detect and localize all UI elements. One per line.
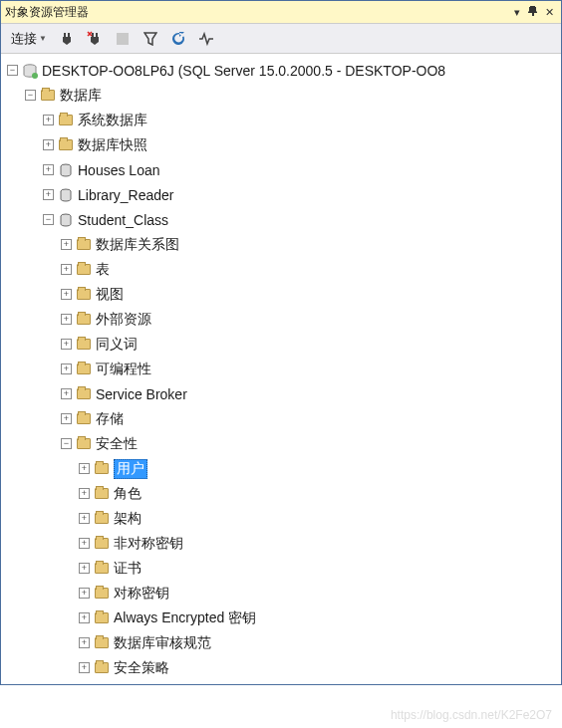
pin-icon[interactable] (525, 6, 541, 18)
tree-node-db-diagrams[interactable]: + 数据库关系图 (1, 232, 561, 257)
server-icon (22, 63, 38, 79)
expand-icon[interactable]: + (61, 413, 72, 424)
tree-node-tables[interactable]: + 表 (1, 257, 561, 282)
folder-icon (76, 237, 92, 253)
tree-label: 角色 (114, 485, 141, 503)
object-explorer-tree[interactable]: − DESKTOP-OO8LP6J (SQL Server 15.0.2000.… (1, 54, 561, 684)
expand-icon[interactable]: + (79, 563, 90, 574)
tree-label: 存储 (96, 410, 124, 428)
database-icon (58, 162, 74, 178)
tree-node-databases[interactable]: − 数据库 (1, 83, 561, 108)
tree-label: 可编程性 (96, 361, 151, 378)
tree-label: 同义词 (96, 336, 138, 354)
tree-node-storage[interactable]: + 存储 (1, 406, 561, 431)
disconnect-icon-button[interactable] (83, 29, 107, 49)
tree-label-selected: 用户 (114, 459, 147, 479)
svg-rect-0 (117, 33, 129, 45)
tree-label: 外部资源 (96, 311, 151, 329)
tree-label: Student_Class (78, 212, 168, 228)
tree-node-roles[interactable]: + 角色 (1, 481, 561, 506)
tree-node-houses-loan[interactable]: + Houses Loan (1, 157, 561, 182)
collapse-icon[interactable]: − (43, 214, 54, 225)
expand-icon[interactable]: + (43, 164, 54, 175)
folder-icon (94, 610, 110, 626)
expand-icon[interactable]: + (79, 463, 90, 474)
tree-label: 视图 (96, 286, 124, 304)
tree-node-users[interactable]: + 用户 (1, 456, 561, 481)
tree-node-library-reader[interactable]: + Library_Reader (1, 182, 561, 207)
tree-node-schemas[interactable]: + 架构 (1, 506, 561, 531)
tree-node-server[interactable]: − DESKTOP-OO8LP6J (SQL Server 15.0.2000.… (1, 58, 561, 83)
collapse-icon[interactable]: − (61, 438, 72, 449)
expand-icon[interactable]: + (61, 388, 72, 399)
tree-node-views[interactable]: + 视图 (1, 282, 561, 307)
tree-label: Library_Reader (78, 187, 174, 203)
tree-label: Always Encrypted 密钥 (114, 609, 256, 627)
expand-icon[interactable]: + (79, 612, 90, 623)
expand-icon[interactable]: + (61, 314, 72, 325)
tree-node-student-class[interactable]: − Student_Class (1, 207, 561, 232)
folder-icon (58, 137, 74, 153)
refresh-icon-button[interactable] (166, 29, 190, 49)
svg-point-2 (32, 73, 38, 79)
tree-node-security-policies[interactable]: + 安全策略 (1, 655, 561, 680)
close-icon[interactable]: ✕ (541, 6, 557, 19)
window-position-icon[interactable]: ▾ (509, 6, 525, 19)
tree-label: Houses Loan (78, 162, 160, 178)
tree-label: 表 (96, 261, 110, 279)
tree-node-external-resources[interactable]: + 外部资源 (1, 307, 561, 332)
tree-node-symmetric-keys[interactable]: + 对称密钥 (1, 581, 561, 606)
folder-icon (76, 386, 92, 402)
tree-label: 数据库 (60, 87, 102, 105)
tree-node-programmability[interactable]: + 可编程性 (1, 357, 561, 381)
expand-icon[interactable]: + (79, 488, 90, 499)
tree-node-asymmetric-keys[interactable]: + 非对称密钥 (1, 531, 561, 556)
expand-icon[interactable]: + (79, 513, 90, 524)
expand-icon[interactable]: + (43, 139, 54, 150)
expand-icon[interactable]: + (61, 239, 72, 250)
expand-icon[interactable]: + (61, 289, 72, 300)
tree-node-always-encrypted[interactable]: + Always Encrypted 密钥 (1, 606, 561, 630)
activity-icon-button[interactable] (194, 29, 218, 49)
tree-node-security[interactable]: − 安全性 (1, 431, 561, 456)
database-icon (58, 187, 74, 203)
tree-node-db-audit[interactable]: + 数据库审核规范 (1, 630, 561, 655)
expand-icon[interactable]: + (61, 264, 72, 275)
folder-icon (40, 88, 56, 104)
tree-label: DESKTOP-OO8LP6J (SQL Server 15.0.2000.5 … (42, 63, 445, 79)
folder-icon (94, 660, 110, 676)
expand-icon[interactable]: + (79, 637, 90, 648)
folder-icon (94, 586, 110, 602)
collapse-icon[interactable]: − (7, 65, 18, 76)
filter-icon-button[interactable] (139, 30, 162, 48)
tree-node-certificates[interactable]: + 证书 (1, 556, 561, 581)
connect-label: 连接 (11, 30, 37, 48)
folder-icon (76, 287, 92, 303)
tree-label: 非对称密钥 (114, 535, 183, 553)
tree-node-service-broker[interactable]: + Service Broker (1, 381, 561, 406)
expand-icon[interactable]: + (43, 189, 54, 200)
stop-icon-button[interactable] (111, 31, 135, 47)
expand-icon[interactable]: + (79, 662, 90, 673)
expand-icon[interactable]: + (43, 115, 54, 125)
expand-icon[interactable]: + (79, 538, 90, 549)
tree-node-synonyms[interactable]: + 同义词 (1, 332, 561, 357)
folder-icon (58, 113, 74, 128)
folder-icon (76, 436, 92, 452)
tree-label: 系统数据库 (78, 112, 147, 129)
connect-icon-button[interactable] (55, 29, 79, 49)
expand-icon[interactable]: + (61, 364, 72, 374)
tree-label: 安全策略 (114, 659, 169, 677)
connect-button[interactable]: 连接 ▼ (7, 28, 51, 50)
folder-icon (94, 635, 110, 651)
tree-node-system-databases[interactable]: + 系统数据库 (1, 108, 561, 132)
folder-icon (76, 312, 92, 328)
expand-icon[interactable]: + (79, 588, 90, 599)
tree-label: 架构 (114, 510, 141, 528)
collapse-icon[interactable]: − (25, 90, 36, 101)
folder-icon (76, 337, 92, 353)
expand-icon[interactable]: + (61, 339, 72, 350)
tree-label: 数据库审核规范 (114, 634, 211, 652)
tree-node-db-snapshots[interactable]: + 数据库快照 (1, 132, 561, 157)
folder-icon (94, 511, 110, 527)
